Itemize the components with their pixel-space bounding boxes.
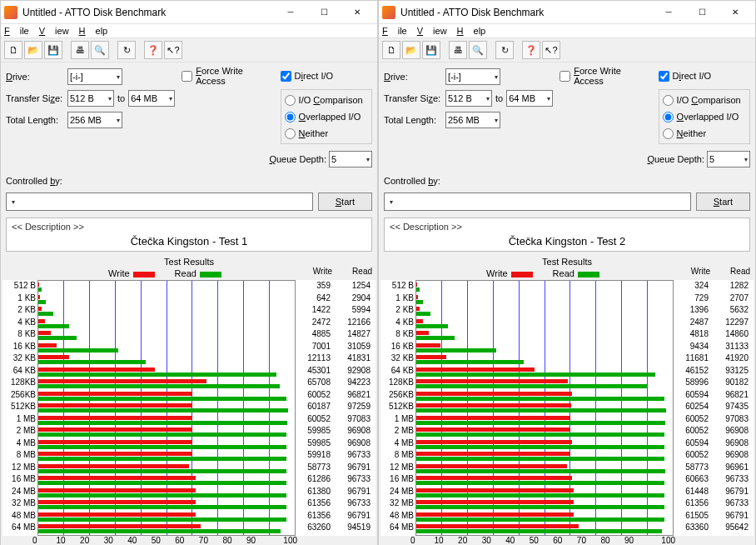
y-label: 4 MB xyxy=(2,438,37,450)
read-bar xyxy=(38,312,53,316)
bar-row xyxy=(416,329,673,342)
write-bar xyxy=(416,452,570,456)
read-value: 96733 xyxy=(714,498,754,510)
start-button[interactable]: Start xyxy=(318,192,372,211)
maximize-button[interactable]: ☐ xyxy=(307,2,341,22)
read-bar xyxy=(416,421,665,425)
drive-combo[interactable]: [-i-] xyxy=(445,68,500,85)
menu-file[interactable]: File xyxy=(382,26,407,36)
drive-combo[interactable]: [-i-] xyxy=(67,68,122,85)
whatsthis-icon[interactable]: ↖? xyxy=(542,41,560,59)
read-value: 97259 xyxy=(336,401,376,413)
read-bar xyxy=(416,336,455,340)
force-write-checkbox[interactable] xyxy=(560,71,570,82)
transfer-to-combo[interactable]: 64 MB xyxy=(506,90,553,107)
save-icon[interactable]: 💾 xyxy=(44,41,62,59)
menu-view[interactable]: View xyxy=(39,26,69,36)
x-tick: 80 xyxy=(600,536,624,545)
queue-depth-combo[interactable]: 5 xyxy=(329,151,372,168)
write-value: 324 xyxy=(674,280,714,292)
help-icon[interactable]: ❓ xyxy=(144,41,162,59)
new-icon[interactable]: 🗋 xyxy=(4,41,22,59)
neither-radio[interactable] xyxy=(663,128,674,139)
x-tick: 70 xyxy=(577,536,601,545)
write-value: 60052 xyxy=(674,449,714,462)
zoom-icon[interactable]: 🔍 xyxy=(91,41,109,59)
overlapped-io-radio[interactable] xyxy=(285,112,296,122)
menu-file[interactable]: File xyxy=(4,26,29,36)
queue-depth-combo[interactable]: 5 xyxy=(707,151,750,168)
read-bar xyxy=(416,384,648,388)
read-value: 96733 xyxy=(336,473,376,486)
bar-row xyxy=(416,378,673,390)
transfer-label: Transfer Size: xyxy=(384,93,445,103)
direct-io-checkbox[interactable] xyxy=(659,71,669,82)
results-header: Test Results xyxy=(1,257,377,267)
length-combo[interactable]: 256 MB xyxy=(445,112,500,128)
open-icon[interactable]: 📂 xyxy=(24,41,42,59)
maximize-button[interactable]: ☐ xyxy=(685,2,719,22)
y-label: 64 KB xyxy=(380,365,415,378)
y-label: 128KB xyxy=(380,377,415,389)
new-icon[interactable]: 🗋 xyxy=(382,41,400,59)
force-write-checkbox[interactable] xyxy=(182,71,192,82)
minimize-button[interactable]: ─ xyxy=(652,2,685,22)
zoom-icon[interactable]: 🔍 xyxy=(469,41,487,59)
write-bar xyxy=(416,331,429,335)
refresh-icon[interactable]: ↻ xyxy=(495,41,514,59)
read-bar xyxy=(416,457,664,461)
y-label: 1 KB xyxy=(380,292,415,305)
read-bar xyxy=(38,397,286,401)
io-comparison-radio[interactable] xyxy=(285,95,296,106)
bar-row xyxy=(38,450,295,462)
start-button[interactable]: Start xyxy=(696,192,750,211)
io-comparison-radio[interactable] xyxy=(663,95,674,106)
print-icon[interactable]: 🖶 xyxy=(449,41,467,59)
bar-row xyxy=(38,378,295,390)
refresh-icon[interactable]: ↻ xyxy=(117,41,136,59)
read-bar xyxy=(38,469,286,473)
menu-help[interactable]: Help xyxy=(457,26,486,36)
print-icon[interactable]: 🖶 xyxy=(71,41,89,59)
x-tick: 50 xyxy=(152,536,176,545)
transfer-from-combo[interactable]: 512 B xyxy=(445,90,492,107)
results-header: Test Results xyxy=(379,257,755,267)
read-value: 90182 xyxy=(714,377,754,389)
save-icon[interactable]: 💾 xyxy=(422,41,440,59)
write-value: 12113 xyxy=(296,352,336,365)
help-icon[interactable]: ❓ xyxy=(522,41,540,59)
neither-radio[interactable] xyxy=(285,128,296,139)
read-value: 96791 xyxy=(336,462,376,474)
y-label: 48 MB xyxy=(2,510,37,522)
direct-io-checkbox[interactable] xyxy=(281,71,291,82)
menu-help[interactable]: Help xyxy=(79,26,108,36)
whatsthis-icon[interactable]: ↖? xyxy=(164,41,182,59)
write-bar xyxy=(416,428,570,432)
bar-row xyxy=(416,438,673,451)
minimize-button[interactable]: ─ xyxy=(274,2,307,22)
write-bar xyxy=(38,307,42,311)
write-value: 58773 xyxy=(296,462,336,474)
write-value: 65708 xyxy=(296,377,336,389)
queue-depth-label: Queue Depth: xyxy=(269,154,329,164)
close-button[interactable]: ✕ xyxy=(341,2,374,22)
y-label: 12 MB xyxy=(380,462,415,474)
overlapped-io-radio[interactable] xyxy=(663,112,674,122)
menu-view[interactable]: View xyxy=(417,26,447,36)
y-label: 512 B xyxy=(2,280,37,292)
drive-label: Drive: xyxy=(384,72,445,82)
x-tick: 30 xyxy=(482,536,506,545)
transfer-to-combo[interactable]: 64 MB xyxy=(128,90,175,107)
controlled-by-combo[interactable] xyxy=(6,192,313,211)
controlled-by-combo[interactable] xyxy=(384,192,691,211)
y-label: 1 MB xyxy=(2,413,37,426)
close-button[interactable]: ✕ xyxy=(719,2,752,22)
length-combo[interactable]: 256 MB xyxy=(67,112,122,128)
transfer-from-combo[interactable]: 512 B xyxy=(67,90,114,107)
open-icon[interactable]: 📂 xyxy=(402,41,420,59)
y-label: 12 MB xyxy=(2,462,37,474)
read-value: 5994 xyxy=(336,304,376,317)
bar-row xyxy=(38,474,295,487)
read-bar xyxy=(38,445,286,449)
app-icon xyxy=(4,6,17,19)
